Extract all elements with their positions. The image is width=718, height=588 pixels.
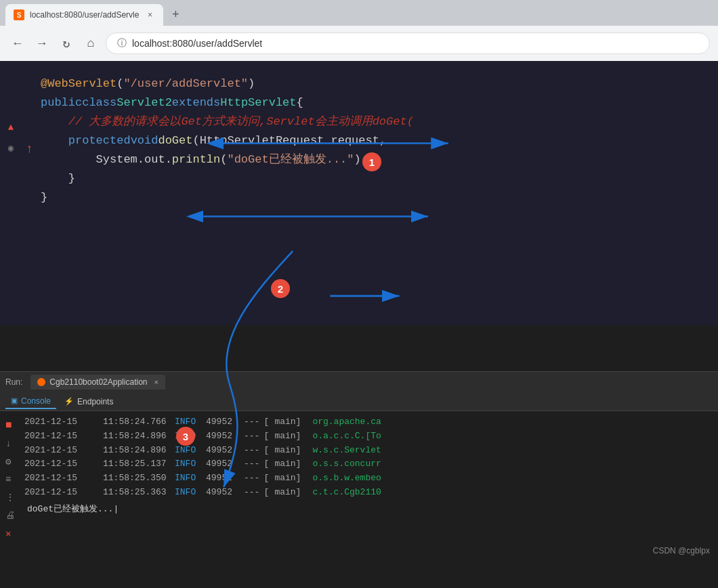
code-line-7: } <box>41 188 704 207</box>
settings-button[interactable]: ⚙ <box>5 456 15 467</box>
reload-button[interactable]: ↻ <box>57 34 76 53</box>
run-tab-close[interactable]: × <box>154 378 158 386</box>
log-line-0: 2021-12-15 11:58:24.766 INFO 49952 --- [… <box>24 415 713 429</box>
error-indicator: ↑ <box>26 142 33 156</box>
print-button[interactable]: 🖨 <box>5 510 15 521</box>
annotation-badge-2: 2 <box>271 279 290 298</box>
forward-button[interactable]: → <box>33 34 51 53</box>
console-icon: ▣ <box>11 396 18 405</box>
home-button[interactable]: ⌂ <box>81 34 100 53</box>
console-tab[interactable]: ▣ Console <box>5 394 56 409</box>
log-line-5: 2021-12-15 11:58:25.363 INFO 49952 --- [… <box>24 486 713 500</box>
code-content: @WebServlet("/user/addServlet") public c… <box>41 75 704 207</box>
console-output: 2021-12-15 11:58:24.766 INFO 49952 --- [… <box>0 411 718 519</box>
main-area: 1 2 3 ▲ ◉ ↑ @WebServlet("/user/addServle… <box>0 61 718 561</box>
new-tab-button[interactable]: + <box>166 5 185 24</box>
clear-button[interactable]: ✕ <box>5 528 15 539</box>
run-tab-title: Cgb2110boot02Application <box>49 377 147 387</box>
back-button[interactable]: ← <box>8 34 27 53</box>
tab-bar: S localhost:8080/user/addServle × + <box>0 0 718 26</box>
ide-left-sidebar: ▲ ◉ <box>0 122 22 154</box>
lock-icon: ⓘ <box>117 37 127 49</box>
browser-chrome: S localhost:8080/user/addServle × + ← → … <box>0 0 718 61</box>
code-line-6: } <box>41 169 704 188</box>
log-output: doGet已经被触发...| <box>24 503 713 515</box>
log-line-4: 2021-12-15 11:58:25.350 INFO 49952 --- [… <box>24 471 713 486</box>
code-editor: ↑ @WebServlet("/user/addServlet") public… <box>0 61 718 325</box>
eye-icon[interactable]: ◉ <box>8 142 14 154</box>
annotation-badge-1: 1 <box>362 152 381 171</box>
console-tab-bar: ▣ Console ⚡ Endpoints <box>0 392 718 411</box>
scroll-down-button[interactable]: ↓ <box>5 438 15 449</box>
url-text: localhost:8080/user/addServlet <box>132 38 262 49</box>
active-tab[interactable]: S localhost:8080/user/addServle × <box>5 4 163 26</box>
tab-favicon: S <box>14 9 24 20</box>
run-panel: Run: Cgb2110boot02Application × ▣ Consol… <box>0 371 718 561</box>
code-line-4: protected void doGet(HttpServletRequest … <box>41 131 704 150</box>
log-line-3: 2021-12-15 11:58:25.137 INFO 49952 --- [… <box>24 457 713 471</box>
url-bar[interactable]: ⓘ localhost:8080/user/addServlet <box>106 33 710 54</box>
code-line-3: // 大多数的请求会以Get方式来访问,Servlet会主动调用doGet( <box>41 112 704 131</box>
tab-title: localhost:8080/user/addServle <box>30 10 139 20</box>
code-line-2: public class Servlet2 extends HttpServle… <box>41 93 704 112</box>
run-tab[interactable]: Cgb2110boot02Application × <box>30 375 165 390</box>
annotation-badge-3: 3 <box>176 427 195 446</box>
log-line-1: 2021-12-15 11:58:24.896 INFO 49952 --- [… <box>24 429 713 444</box>
run-tab-bar: Run: Cgb2110boot02Application × <box>0 372 718 392</box>
log-line-2: 2021-12-15 11:58:24.896 INFO 49952 --- [… <box>24 444 713 458</box>
more-button[interactable]: ⋮ <box>5 492 15 503</box>
filter-button[interactable]: ≡ <box>5 474 15 485</box>
endpoints-icon: ⚡ <box>64 397 74 406</box>
address-bar-row: ← → ↻ ⌂ ⓘ localhost:8080/user/addServlet <box>0 26 718 61</box>
stop-button[interactable]: ■ <box>5 419 15 432</box>
run-tab-icon <box>37 378 45 386</box>
endpoints-tab[interactable]: ⚡ Endpoints <box>59 395 119 408</box>
run-label: Run: <box>5 377 22 387</box>
run-icon[interactable]: ▲ <box>8 122 14 133</box>
watermark: CSDN @cgblpx <box>653 546 710 555</box>
tab-close-button[interactable]: × <box>144 9 155 20</box>
annotation-text: @WebServlet <box>41 75 117 93</box>
code-line-1: @WebServlet("/user/addServlet") <box>41 75 704 93</box>
console-toolbar: ■ ↓ ⚙ ≡ ⋮ 🖨 ✕ <box>5 419 15 539</box>
